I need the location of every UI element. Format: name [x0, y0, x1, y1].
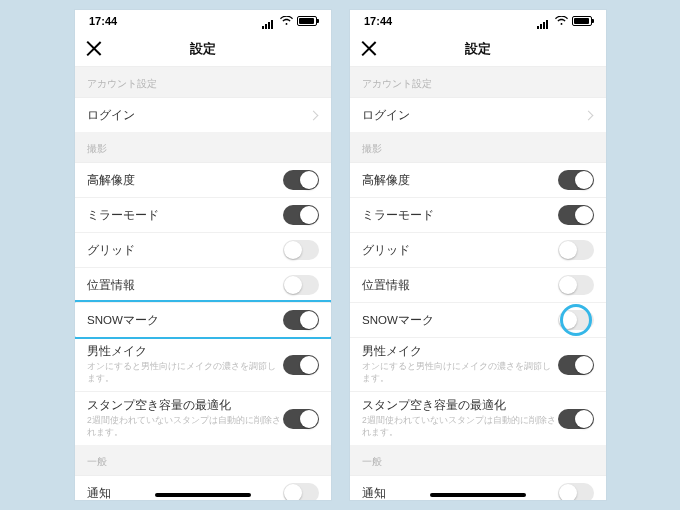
toggle-mirror[interactable]: [283, 205, 319, 225]
row-snowmark: SNOWマーク: [350, 302, 606, 337]
toggle-snowmark[interactable]: [283, 310, 319, 330]
row-grid: グリッド: [75, 232, 331, 267]
row-label: 男性メイク: [362, 344, 558, 359]
comparison-stage: 17:44 設定 アカウント設定 ログイン 撮影 高解像度: [0, 0, 680, 510]
row-label: ミラーモード: [362, 208, 434, 223]
toggle-location[interactable]: [558, 275, 594, 295]
row-label: 高解像度: [362, 173, 410, 188]
section-header-shoot: 撮影: [75, 132, 331, 162]
wifi-icon: [555, 16, 568, 26]
row-male-makeup: 男性メイク オンにすると男性向けにメイクの濃さを調節します。: [350, 337, 606, 391]
row-label: スタンプ空き容量の最適化: [87, 398, 283, 413]
row-highres: 高解像度: [350, 162, 606, 197]
cellular-signal-icon: [262, 17, 276, 26]
row-label: スタンプ空き容量の最適化: [362, 398, 558, 413]
row-highres: 高解像度: [75, 162, 331, 197]
toggle-mirror[interactable]: [558, 205, 594, 225]
battery-icon: [572, 16, 592, 26]
close-icon[interactable]: [360, 40, 378, 58]
toggle-stamp-optimize[interactable]: [558, 409, 594, 429]
section-header-account: アカウント設定: [75, 67, 331, 97]
row-label: ミラーモード: [87, 208, 159, 223]
close-icon[interactable]: [85, 40, 103, 58]
home-indicator: [155, 493, 251, 497]
toggle-grid[interactable]: [558, 240, 594, 260]
row-login[interactable]: ログイン: [75, 97, 331, 132]
row-label: ログイン: [87, 108, 135, 123]
row-label: 位置情報: [87, 278, 135, 293]
toggle-stamp-optimize[interactable]: [283, 409, 319, 429]
toggle-highres[interactable]: [558, 170, 594, 190]
row-grid: グリッド: [350, 232, 606, 267]
section-header-general: 一般: [350, 445, 606, 475]
row-login[interactable]: ログイン: [350, 97, 606, 132]
row-sub: 2週間使われていないスタンプは自動的に削除されます。: [362, 415, 558, 439]
battery-icon: [297, 16, 317, 26]
nav-header: 設定: [75, 32, 331, 67]
toggle-snowmark[interactable]: [558, 310, 594, 330]
nav-header: 設定: [350, 32, 606, 67]
section-header-shoot: 撮影: [350, 132, 606, 162]
status-bar: 17:44: [75, 10, 331, 32]
toggle-notify[interactable]: [283, 483, 319, 500]
row-label: グリッド: [362, 243, 410, 258]
toggle-grid[interactable]: [283, 240, 319, 260]
chevron-right-icon: [584, 110, 594, 120]
cellular-signal-icon: [537, 17, 551, 26]
row-label: 位置情報: [362, 278, 410, 293]
row-label: グリッド: [87, 243, 135, 258]
section-header-account: アカウント設定: [350, 67, 606, 97]
status-icons: [537, 16, 592, 26]
wifi-icon: [280, 16, 293, 26]
phone-screenshot-right: 17:44 設定 アカウント設定 ログイン 撮影 高解像度: [350, 10, 606, 500]
home-indicator: [430, 493, 526, 497]
toggle-highres[interactable]: [283, 170, 319, 190]
status-time: 17:44: [89, 15, 117, 27]
page-title: 設定: [465, 40, 491, 58]
row-sub: オンにすると男性向けにメイクの濃さを調節します。: [362, 361, 558, 385]
phone-screenshot-left: 17:44 設定 アカウント設定 ログイン 撮影 高解像度: [75, 10, 331, 500]
toggle-location[interactable]: [283, 275, 319, 295]
status-icons: [262, 16, 317, 26]
row-stamp-optimize: スタンプ空き容量の最適化 2週間使われていないスタンプは自動的に削除されます。: [350, 391, 606, 445]
chevron-right-icon: [309, 110, 319, 120]
status-time: 17:44: [364, 15, 392, 27]
row-male-makeup: 男性メイク オンにすると男性向けにメイクの濃さを調節します。: [75, 337, 331, 391]
toggle-male-makeup[interactable]: [558, 355, 594, 375]
row-snowmark: SNOWマーク: [75, 302, 331, 337]
row-label: SNOWマーク: [362, 313, 434, 328]
row-location: 位置情報: [75, 267, 331, 302]
row-sub: 2週間使われていないスタンプは自動的に削除されます。: [87, 415, 283, 439]
toggle-male-makeup[interactable]: [283, 355, 319, 375]
row-stamp-optimize: スタンプ空き容量の最適化 2週間使われていないスタンプは自動的に削除されます。: [75, 391, 331, 445]
row-mirror: ミラーモード: [75, 197, 331, 232]
row-label: 通知: [87, 486, 111, 501]
section-header-general: 一般: [75, 445, 331, 475]
status-bar: 17:44: [350, 10, 606, 32]
page-title: 設定: [190, 40, 216, 58]
row-location: 位置情報: [350, 267, 606, 302]
row-mirror: ミラーモード: [350, 197, 606, 232]
row-label: SNOWマーク: [87, 313, 159, 328]
row-label: ログイン: [362, 108, 410, 123]
row-sub: オンにすると男性向けにメイクの濃さを調節します。: [87, 361, 283, 385]
row-label: 男性メイク: [87, 344, 283, 359]
row-label: 通知: [362, 486, 386, 501]
toggle-notify[interactable]: [558, 483, 594, 500]
row-label: 高解像度: [87, 173, 135, 188]
